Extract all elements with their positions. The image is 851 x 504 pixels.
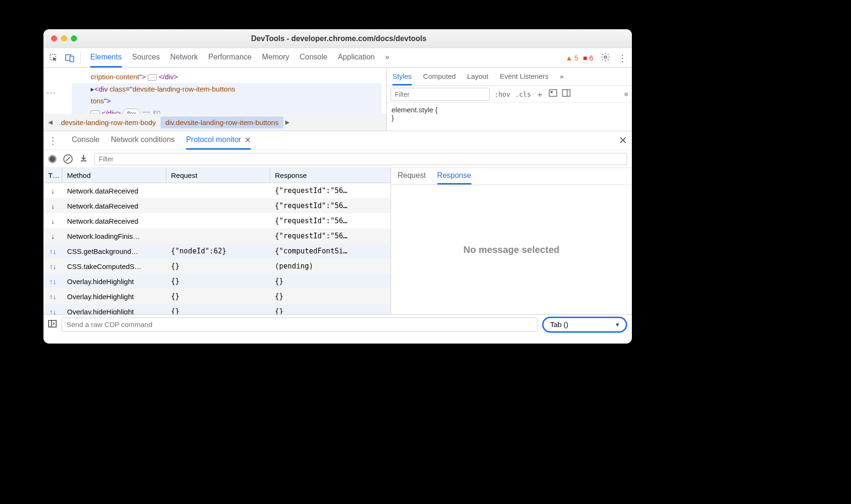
- tab-styles[interactable]: Styles: [392, 68, 412, 85]
- tab-performance[interactable]: Performance: [208, 48, 252, 67]
- direction-icon: ↑↓: [43, 247, 62, 255]
- styles-filter-input[interactable]: [391, 88, 490, 101]
- warnings-badge[interactable]: ▲ 5: [565, 54, 578, 62]
- col-method[interactable]: Method: [62, 168, 166, 183]
- window-controls: [51, 35, 77, 42]
- table-row[interactable]: ↓Network.dataReceived{"requestId":"56…: [43, 213, 391, 228]
- method-cell: Overlay.hideHighlight: [62, 293, 166, 301]
- svg-rect-2: [70, 56, 74, 62]
- tab-computed[interactable]: Computed: [423, 68, 456, 85]
- target-label: Tab (): [550, 320, 568, 328]
- table-row[interactable]: ↑↓Overlay.hideHighlight{}{}: [43, 289, 391, 304]
- errors-badge[interactable]: ■ 6: [583, 54, 593, 62]
- ellipsis-icon: ⋯: [46, 87, 56, 98]
- dom-tree[interactable]: ⋯ cription-content"> ⋯ </div> ▸<div clas…: [43, 68, 386, 131]
- styles-overflow-icon[interactable]: »: [560, 68, 564, 85]
- svg-rect-6: [562, 90, 570, 96]
- table-row[interactable]: ↑↓CSS.takeComputedS…{}(pending): [43, 259, 391, 274]
- method-cell: CSS.takeComputedS…: [62, 262, 166, 270]
- tab-sources[interactable]: Sources: [132, 48, 160, 67]
- table-row[interactable]: ↓Network.dataReceived{"requestId":"56…: [43, 198, 391, 213]
- table-row[interactable]: ↑↓CSS.getBackground…{"nodeId":62}{"compu…: [43, 244, 391, 259]
- devtools-window: DevTools - developer.chrome.com/docs/dev…: [43, 29, 632, 344]
- tab-event-listeners[interactable]: Event Listeners: [500, 68, 548, 85]
- window-close-button[interactable]: [51, 35, 57, 42]
- detail-tab-response[interactable]: Response: [437, 168, 471, 185]
- breadcrumb-item-selected[interactable]: div.devsite-landing-row-item-buttons: [161, 117, 283, 128]
- drawer-close-icon[interactable]: ✕: [619, 134, 627, 147]
- drawer-tab-protocol-monitor[interactable]: Protocol monitor✕: [186, 131, 251, 150]
- hov-toggle[interactable]: :hov: [494, 91, 511, 98]
- direction-icon: ↓: [43, 217, 62, 225]
- col-request[interactable]: Request: [166, 168, 270, 183]
- direction-icon: ↓: [43, 187, 62, 195]
- direction-icon: ↑↓: [43, 308, 62, 315]
- request-cell: {}: [166, 262, 270, 270]
- breadcrumb: ◀ .devsite-landing-row-item-body div.dev…: [43, 114, 386, 131]
- target-selector[interactable]: Tab (): [542, 317, 627, 333]
- drawer-tab-console[interactable]: Console: [72, 131, 100, 150]
- errors-count: 6: [589, 54, 593, 62]
- tab-layout[interactable]: Layout: [467, 68, 488, 85]
- computed-sidebar-icon[interactable]: [562, 89, 570, 99]
- direction-icon: ↑↓: [43, 262, 62, 270]
- breadcrumb-next-icon[interactable]: ▶: [283, 119, 291, 126]
- device-toggle-icon[interactable]: [64, 52, 76, 64]
- main-toolbar: Elements Sources Network Performance Mem…: [43, 48, 632, 68]
- element-style-open: element.style {: [391, 106, 627, 114]
- table-row[interactable]: ↑↓Overlay.hideHighlight{}{}: [43, 274, 391, 289]
- element-style-close: }: [391, 114, 627, 122]
- record-button[interactable]: [48, 155, 57, 163]
- response-cell: {"requestId":"56…: [270, 186, 391, 195]
- col-response[interactable]: Response: [270, 168, 391, 183]
- cls-toggle[interactable]: .cls: [515, 91, 531, 98]
- tab-network[interactable]: Network: [170, 48, 198, 67]
- add-rule-icon[interactable]: ＋: [536, 89, 544, 100]
- tab-console[interactable]: Console: [299, 48, 327, 67]
- cdp-command-input[interactable]: [61, 318, 537, 332]
- response-cell: (pending): [270, 262, 391, 270]
- svg-rect-5: [551, 91, 553, 93]
- flexbox-editor-icon[interactable]: [549, 89, 557, 99]
- clear-button[interactable]: [63, 154, 73, 164]
- settings-icon[interactable]: [601, 52, 610, 64]
- response-cell: {"requestId":"56…: [270, 202, 391, 210]
- method-cell: Network.loadingFinis…: [62, 232, 166, 240]
- protocol-filter-input[interactable]: [94, 153, 627, 165]
- table-row[interactable]: ↑↓Overlay.hideHighlight{}{}: [43, 304, 391, 314]
- col-type[interactable]: T…: [43, 168, 62, 183]
- issue-badges: ▲ 5 ■ 6: [565, 54, 593, 62]
- protocol-toolbar: [43, 150, 632, 168]
- response-cell: {}: [270, 307, 391, 314]
- styles-filter-bar: :hov .cls ＋: [387, 86, 632, 103]
- method-cell: Network.dataReceived: [62, 217, 166, 225]
- table-row[interactable]: ↓Network.loadingFinis…{"requestId":"56…: [43, 228, 391, 244]
- direction-icon: ↑↓: [43, 277, 62, 286]
- warnings-count: 5: [574, 54, 578, 62]
- tab-application[interactable]: Application: [338, 48, 374, 67]
- drawer-tab-network-conditions[interactable]: Network conditions: [111, 131, 175, 150]
- dom-class-text: cription-content: [91, 73, 139, 81]
- more-icon[interactable]: ⋮: [618, 52, 627, 64]
- tab-memory[interactable]: Memory: [262, 48, 289, 67]
- breadcrumb-item[interactable]: .devsite-landing-row-item-body: [54, 117, 161, 128]
- request-cell: {"nodeId":62}: [166, 247, 270, 255]
- svg-rect-4: [549, 90, 557, 96]
- tabs-overflow-icon[interactable]: »: [385, 48, 389, 67]
- download-icon[interactable]: [79, 154, 88, 164]
- styles-pane: Styles Computed Layout Event Listeners »…: [386, 68, 632, 131]
- inspect-icon[interactable]: [48, 52, 60, 64]
- breadcrumb-prev-icon[interactable]: ◀: [46, 119, 54, 126]
- detail-tab-request[interactable]: Request: [398, 168, 426, 185]
- left-panel-icon[interactable]: [48, 320, 57, 329]
- protocol-body: T… Method Request Response ↓Network.data…: [43, 168, 632, 314]
- table-body: ↓Network.dataReceived{"requestId":"56…↓N…: [43, 183, 391, 314]
- window-minimize-button[interactable]: [61, 35, 67, 42]
- close-tab-icon[interactable]: ✕: [245, 135, 251, 144]
- tab-elements[interactable]: Elements: [90, 48, 122, 67]
- table-row[interactable]: ↓Network.dataReceived{"requestId":"56…: [43, 183, 391, 198]
- window-zoom-button[interactable]: [71, 35, 77, 42]
- svg-rect-8: [49, 320, 56, 327]
- drawer-more-icon[interactable]: ⋮: [48, 135, 58, 146]
- styles-rules[interactable]: element.style { }: [387, 103, 632, 125]
